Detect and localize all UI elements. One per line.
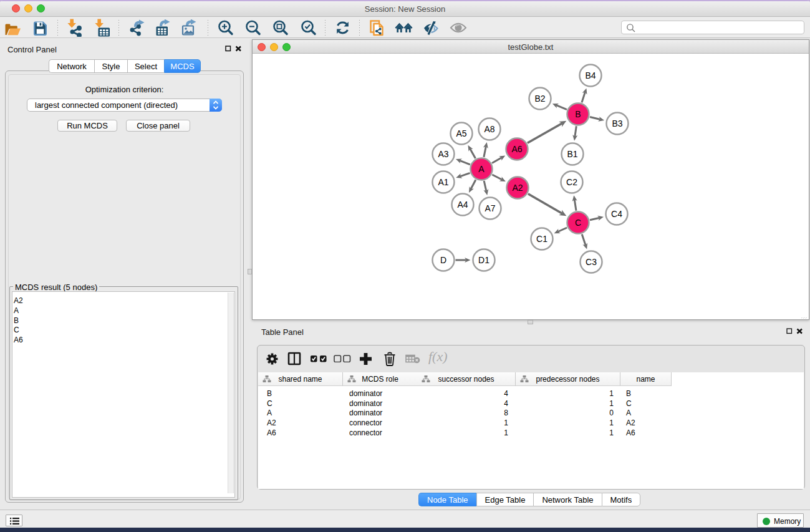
svg-text:D1: D1 bbox=[478, 255, 489, 265]
svg-text:A4: A4 bbox=[457, 200, 468, 210]
svg-text:A8: A8 bbox=[484, 124, 494, 134]
svg-text:B: B bbox=[575, 109, 581, 119]
svg-text:B4: B4 bbox=[585, 70, 595, 80]
svg-text:C3: C3 bbox=[586, 257, 597, 267]
svg-text:A5: A5 bbox=[456, 128, 466, 138]
svg-text:C: C bbox=[575, 218, 581, 228]
svg-text:B1: B1 bbox=[567, 149, 577, 159]
svg-text:A7: A7 bbox=[485, 203, 495, 213]
svg-text:A: A bbox=[478, 164, 485, 174]
svg-text:A6: A6 bbox=[511, 144, 522, 154]
svg-text:B3: B3 bbox=[612, 118, 622, 128]
svg-text:C2: C2 bbox=[566, 177, 577, 187]
svg-text:A2: A2 bbox=[512, 183, 523, 193]
svg-text:A3: A3 bbox=[438, 149, 448, 159]
svg-text:A1: A1 bbox=[438, 177, 448, 187]
svg-text:C1: C1 bbox=[536, 234, 547, 244]
svg-text:C4: C4 bbox=[611, 209, 622, 219]
svg-text:B2: B2 bbox=[534, 94, 545, 104]
svg-text:D: D bbox=[440, 255, 446, 265]
